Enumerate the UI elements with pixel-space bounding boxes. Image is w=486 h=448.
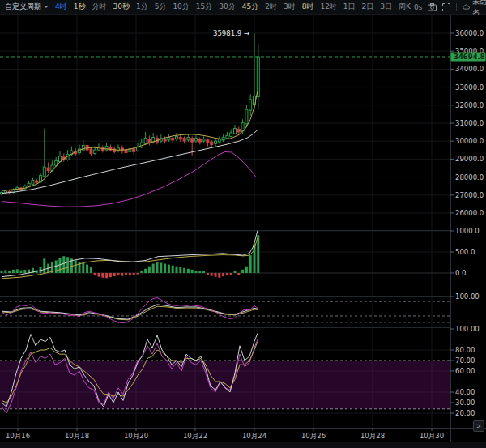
- timeframe-button[interactable]: 4时: [52, 0, 70, 14]
- screenshot-icon[interactable]: [428, 3, 437, 11]
- workspace-menu[interactable]: 未命名: [463, 0, 486, 18]
- time-axis-label: 10月22: [176, 432, 215, 442]
- chart-toolbar: 自定义周期4时1秒分时30秒1分5分10分15分30分45分2时3时8时12时1…: [0, 0, 486, 15]
- custom-period-dropdown[interactable]: 自定义周期: [0, 0, 52, 14]
- bottom-strip: [0, 442, 486, 448]
- chart-area[interactable]: 35981.9 →36000.035000.034000.033000.0320…: [0, 0, 486, 448]
- time-axis-label: 10月26: [294, 432, 333, 442]
- kdj-axis-label: 40.00: [455, 388, 475, 396]
- candlestick-chart[interactable]: 35981.9 →36000.035000.034000.033000.0320…: [0, 0, 486, 448]
- price-axis-label: 29000.0: [455, 155, 484, 163]
- timeframe-button[interactable]: 10分: [169, 0, 192, 14]
- price-axis-label: 27000.0: [455, 191, 484, 199]
- peak-price-label: 35981.9 →: [213, 29, 249, 37]
- timeframe-button[interactable]: 30秒: [109, 0, 132, 14]
- time-axis-label: 10月16: [0, 432, 37, 442]
- countdown-label: 0s: [414, 3, 422, 11]
- volume-axis-label: 1000.0: [455, 227, 480, 235]
- price-axis-label: 26000.0: [455, 209, 484, 217]
- time-axis-label: 10月28: [353, 432, 392, 442]
- price-axis-label: 33000.0: [455, 83, 484, 92]
- volume-axis-label: 0.0: [455, 269, 467, 277]
- trading-app-window: 自定义周期4时1秒分时30秒1分5分10分15分30分45分2时3时8时12时1…: [0, 0, 486, 448]
- kdj-axis-label: 100.00: [455, 325, 480, 333]
- price-axis-label: 30000.0: [455, 137, 484, 145]
- timeframe-list: 自定义周期4时1秒分时30秒1分5分10分15分30分45分2时3时8时12时1…: [0, 0, 414, 14]
- volume-bars: [1, 235, 260, 278]
- timeframe-button[interactable]: 15分: [193, 0, 215, 14]
- timeframe-button[interactable]: 分时: [88, 0, 109, 14]
- osc-axis-label: 100.00: [455, 292, 480, 301]
- timeframe-button[interactable]: 5分: [151, 0, 170, 14]
- osc-line-yellow: [2, 306, 258, 320]
- toolbar-right-cluster: 0s 未命名 下单: [414, 0, 486, 18]
- timeframe-button[interactable]: 1秒: [70, 0, 89, 14]
- price-axis-label: 31000.0: [455, 119, 484, 127]
- time-axis-label: 10月18: [58, 432, 96, 442]
- kdj-axis-label: 30.00: [455, 399, 475, 407]
- price-axis-label: 32000.0: [455, 101, 484, 109]
- kdj-axis-label: 80.00: [455, 346, 475, 354]
- cloud-icon: [463, 3, 470, 11]
- price-axis-label: 36000.0: [455, 29, 484, 37]
- fullscreen-icon[interactable]: [442, 3, 450, 11]
- timeframe-button[interactable]: 3日: [377, 0, 395, 14]
- timeframe-button[interactable]: 1分: [133, 0, 151, 14]
- current-price-text: 34694.8: [454, 53, 485, 61]
- timeframe-button[interactable]: 周K: [395, 0, 414, 14]
- candles: [1, 33, 260, 195]
- workspace-name: 未命名: [472, 0, 486, 18]
- toolbar-divider: [456, 3, 457, 11]
- panel-expand-button[interactable]: >: [473, 420, 484, 432]
- timeframe-button[interactable]: 1日: [340, 0, 359, 14]
- timeframe-button[interactable]: 12时: [317, 0, 339, 14]
- timeframe-button[interactable]: 8时: [299, 0, 318, 14]
- kdj-axis-label: 60.00: [455, 367, 475, 375]
- timeframe-button[interactable]: 45分: [239, 0, 262, 14]
- timeframe-button[interactable]: 2时: [262, 0, 280, 14]
- time-axis-label: 10月30: [412, 432, 451, 442]
- kdj-axis-label: 70.00: [455, 356, 475, 365]
- time-axis: 10月1610月1810月2010月2210月2410月2610月2810月30: [0, 428, 486, 442]
- timeframe-button[interactable]: 3时: [280, 0, 299, 14]
- volume-axis-label: 500.0: [455, 248, 475, 256]
- timeframe-button[interactable]: 30分: [215, 0, 238, 14]
- time-axis-label: 10月20: [117, 432, 156, 442]
- timeframe-button[interactable]: 2日: [359, 0, 377, 14]
- chevron-down-icon: [44, 6, 49, 11]
- price-axis-label: 34000.0: [455, 65, 484, 73]
- time-axis-label: 10月24: [235, 432, 274, 442]
- price-axis-label: 28000.0: [455, 173, 484, 181]
- kdj-axis-label: 20.00: [455, 409, 475, 417]
